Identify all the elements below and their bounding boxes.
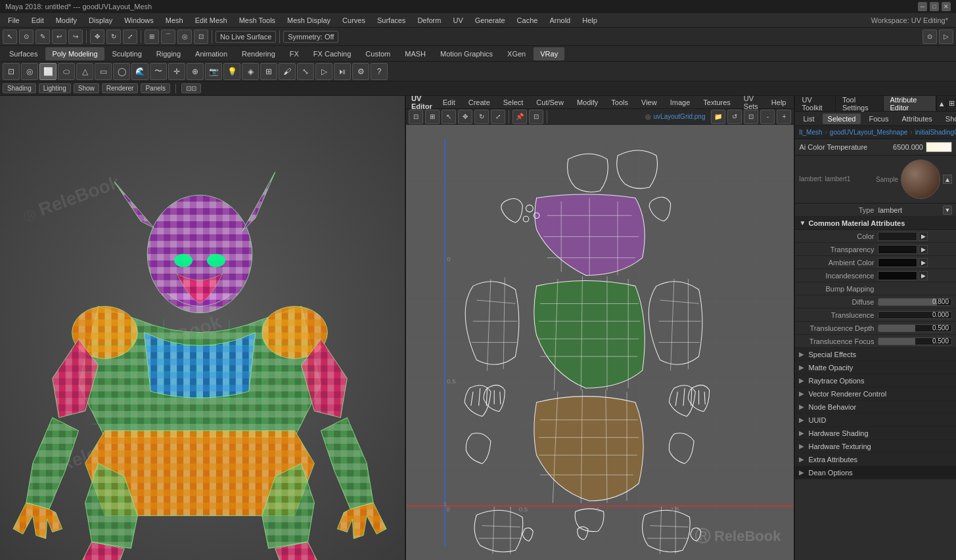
icon-poly-plane[interactable]: ▭ (95, 63, 112, 80)
icon-poly-torus[interactable]: ◯ (113, 63, 130, 80)
attr-tab-attribute-editor[interactable]: Attribute Editor (884, 96, 937, 111)
attr-subtab-show[interactable]: Show (940, 114, 956, 124)
uv-tb-grid[interactable]: ⊞ (425, 110, 440, 124)
toolbar-select[interactable]: ↖ (3, 30, 17, 44)
uv-menu-edit[interactable]: Edit (440, 98, 458, 106)
toolbar-lasso[interactable]: ⊙ (19, 30, 34, 44)
attr-subtab-selected[interactable]: Selected (823, 114, 861, 124)
icon-settings[interactable]: ⚙ (352, 63, 369, 80)
icon-texture[interactable]: ⊞ (260, 63, 277, 80)
collapsible-extra-attributes[interactable]: ▶ Extra Attributes (795, 453, 956, 466)
menu-file[interactable]: File (3, 15, 25, 26)
icon-poly-cone[interactable]: △ (76, 63, 93, 80)
transparency-arrow[interactable]: ▶ (919, 245, 928, 254)
attr-incandescence-swatch[interactable] (878, 271, 917, 280)
icon-material[interactable]: ◈ (242, 63, 259, 80)
attr-translucence-depth-slider[interactable]: 0.500 (878, 324, 952, 332)
collapsible-dean-options[interactable]: ▶ Dean Options (795, 466, 956, 479)
collapsible-raytrace-options[interactable]: ▶ Raytrace Options (795, 374, 956, 387)
toolbar-paint[interactable]: ✎ (35, 30, 50, 44)
uv-tb-zoom-plus[interactable]: + (777, 110, 791, 124)
icon-deform[interactable]: ⤡ (297, 63, 314, 80)
icon-playback[interactable]: ⏯ (334, 63, 351, 80)
icon-locator[interactable]: ✛ (168, 63, 185, 80)
toolbar-redo[interactable]: ↪ (68, 30, 83, 44)
sec-tool-icons[interactable]: ⊡⊡ (181, 83, 201, 93)
uv-menu-textures[interactable]: Textures (700, 98, 733, 106)
attr-subtab-focus[interactable]: Focus (863, 114, 894, 124)
sec-show[interactable]: Show (74, 83, 99, 93)
attr-expand-btn[interactable]: ▲ (936, 96, 946, 111)
tab-poly-modeling[interactable]: Poly Modeling (45, 47, 104, 60)
sec-lighting[interactable]: Lighting (39, 83, 71, 93)
left-viewport[interactable]: Ⓡ ReleBook Ⓡ ReleBook Ⓡ ReleBook (0, 96, 406, 560)
icon-curve[interactable]: 〜 (150, 63, 167, 80)
color-arrow[interactable]: ▶ (919, 232, 928, 241)
tab-mash[interactable]: MASH (398, 47, 432, 60)
attr-transparency-swatch[interactable] (878, 245, 917, 254)
toolbar-rotate[interactable]: ↻ (106, 30, 121, 44)
menu-mesh-display[interactable]: Mesh Display (282, 15, 336, 26)
uv-menu-view[interactable]: View (639, 98, 660, 106)
attr-translucence-slider[interactable]: 0.000 (878, 311, 952, 319)
menu-windows[interactable]: Windows (119, 15, 159, 26)
uv-tb-move[interactable]: ✥ (458, 110, 472, 124)
toolbar-scale[interactable]: ⤢ (123, 30, 137, 44)
tab-surfaces[interactable]: Surfaces (3, 47, 44, 60)
collapsible-uuid[interactable]: ▶ UUID (795, 414, 956, 427)
collapsible-matte-opacity[interactable]: ▶ Matte Opacity (795, 361, 956, 374)
uv-tb-frame[interactable]: ⊡ (409, 110, 423, 124)
sec-renderer[interactable]: Renderer (102, 83, 139, 93)
menu-surfaces[interactable]: Surfaces (372, 15, 411, 26)
uv-tb-refresh[interactable]: ↺ (727, 110, 742, 124)
symmetry[interactable]: Symmetry: Off (283, 31, 338, 43)
uv-menu-create[interactable]: Create (466, 98, 493, 106)
close-button[interactable]: ✕ (942, 2, 951, 11)
menu-edit-mesh[interactable]: Edit Mesh (190, 15, 233, 26)
attr-section-header[interactable]: ▼ Common Material Attributes (795, 217, 956, 230)
icon-select-all[interactable]: ⊡ (3, 63, 20, 80)
menu-modify[interactable]: Modify (51, 15, 82, 26)
menu-uv[interactable]: UV (447, 15, 468, 26)
menu-generate[interactable]: Generate (470, 15, 511, 26)
tab-motion-graphics[interactable]: Motion Graphics (434, 47, 499, 60)
tab-xgen[interactable]: XGen (501, 47, 532, 60)
attr-tab-uv-toolkit[interactable]: UV Toolkit (795, 96, 835, 111)
icon-nurbs[interactable]: 🌊 (131, 63, 148, 80)
uv-tb-pin[interactable]: 📌 (512, 110, 527, 124)
uv-menu-help[interactable]: Help (769, 98, 789, 106)
toolbar-snap-grid[interactable]: ⊞ (145, 30, 159, 44)
menu-cache[interactable]: Cache (512, 15, 543, 26)
toolbar-render[interactable]: ▷ (939, 30, 953, 44)
menu-edit[interactable]: Edit (26, 15, 49, 26)
attr-ambient-swatch[interactable] (878, 258, 917, 267)
attr-subtab-list[interactable]: List (798, 114, 819, 124)
color-temp-swatch[interactable] (926, 142, 952, 152)
tab-vray[interactable]: VRay (534, 47, 564, 60)
menu-mesh-tools[interactable]: Mesh Tools (234, 15, 281, 26)
attr-subtab-attributes[interactable]: Attributes (896, 114, 937, 124)
collapsible-node-behavior[interactable]: ▶ Node Behavior (795, 400, 956, 414)
sec-shading[interactable]: Shading (3, 83, 36, 93)
toolbar-snap-curve[interactable]: ⌒ (161, 30, 175, 44)
icon-poly-sphere[interactable]: ◎ (21, 63, 38, 80)
icon-poly-cylinder[interactable]: ⬭ (58, 63, 75, 80)
collapsible-vector-renderer[interactable]: ▶ Vector Renderer Control (795, 387, 956, 400)
breadcrumb-shading-group[interactable]: initialShadingGroup (915, 129, 956, 136)
toolbar-snap-surface[interactable]: ⊡ (194, 30, 208, 44)
tab-rendering[interactable]: Rendering (235, 47, 282, 60)
uv-menu-modify[interactable]: Modify (574, 98, 601, 106)
breadcrumb-mesh-shape[interactable]: goodUVLayout_Meshnape (830, 129, 907, 136)
icon-paint-effects[interactable]: 🖌 (279, 63, 296, 80)
toolbar-undo[interactable]: ↩ (52, 30, 66, 44)
live-surface[interactable]: No Live Surface (216, 31, 276, 43)
menu-mesh[interactable]: Mesh (160, 15, 189, 26)
minimize-button[interactable]: ─ (918, 2, 927, 11)
uv-tb-unfold[interactable]: ⊡ (529, 110, 543, 124)
toolbar-snap-point[interactable]: ◎ (177, 30, 192, 44)
ambient-arrow[interactable]: ▶ (919, 258, 928, 267)
uv-tb-zoom-fit[interactable]: ⊡ (744, 110, 758, 124)
icon-joint[interactable]: ⊕ (187, 63, 204, 80)
collapsible-hardware-texturing[interactable]: ▶ Hardware Texturing (795, 440, 956, 453)
uv-tb-scale[interactable]: ⤢ (491, 110, 505, 124)
